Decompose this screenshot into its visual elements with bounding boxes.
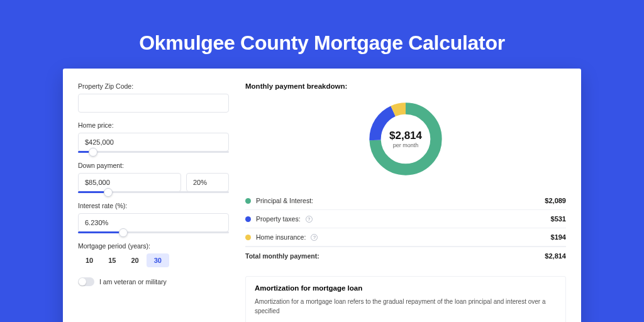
breakdown-column: Monthly payment breakdown: $2,814 per mo…: [245, 82, 566, 322]
interest-rate-label: Interest rate (%):: [78, 202, 229, 209]
info-icon[interactable]: ?: [311, 234, 318, 241]
veteran-row: I am veteran or military: [78, 277, 229, 286]
donut-chart: $2,814 per month: [365, 99, 446, 179]
zip-input[interactable]: [78, 94, 229, 113]
breakdown-title: Monthly payment breakdown:: [245, 82, 566, 90]
mortgage-period-field: Mortgage period (years): 10152030: [78, 242, 229, 267]
down-payment-label: Down payment:: [78, 162, 229, 169]
home-price-input[interactable]: [78, 133, 229, 152]
legend-label: Principal & Interest:: [256, 197, 313, 204]
legend-dot-icon: [245, 198, 251, 204]
page-title: Okmulgee County Mortgage Calculator: [63, 31, 581, 55]
legend-value: $2,089: [545, 197, 566, 204]
amortization-card: Amortization for mortgage loan Amortizat…: [245, 276, 566, 322]
amortization-title: Amortization for mortgage loan: [255, 284, 557, 292]
legend: Principal & Interest:$2,089Property taxe…: [245, 192, 566, 247]
mortgage-period-label: Mortgage period (years):: [78, 242, 229, 250]
interest-rate-slider[interactable]: [78, 231, 229, 233]
slider-thumb-icon[interactable]: [104, 188, 113, 197]
zip-field: Property Zip Code:: [78, 82, 229, 113]
period-btn-15[interactable]: 15: [101, 253, 123, 267]
period-buttons: 10152030: [78, 253, 229, 267]
legend-row-1: Property taxes:?$531: [245, 210, 566, 228]
donut-sub: per month: [393, 142, 419, 148]
veteran-toggle[interactable]: [78, 277, 94, 286]
down-payment-field: Down payment:: [78, 162, 229, 193]
legend-dot-icon: [245, 235, 251, 240]
period-btn-10[interactable]: 10: [78, 253, 101, 267]
legend-value: $194: [551, 233, 566, 241]
down-payment-input[interactable]: [78, 173, 181, 192]
down-payment-slider[interactable]: [78, 191, 229, 193]
slider-thumb-icon[interactable]: [89, 148, 97, 157]
home-price-label: Home price:: [78, 121, 229, 129]
total-row: Total monthly payment: $2,814: [245, 247, 566, 265]
legend-dot-icon: [245, 216, 251, 222]
info-icon[interactable]: ?: [306, 216, 313, 223]
veteran-label: I am veteran or military: [99, 278, 167, 286]
total-label: Total monthly payment:: [245, 252, 319, 260]
legend-row-2: Home insurance:?$194: [245, 228, 566, 247]
form-column: Property Zip Code: Home price: Down paym…: [78, 82, 229, 322]
legend-label: Property taxes:: [256, 215, 301, 223]
total-value: $2,814: [545, 252, 566, 260]
down-payment-pct-input[interactable]: [186, 173, 229, 192]
interest-rate-input[interactable]: [78, 213, 229, 232]
legend-value: $531: [551, 215, 566, 223]
donut-value: $2,814: [389, 130, 422, 142]
period-btn-30[interactable]: 30: [147, 253, 169, 267]
legend-row-0: Principal & Interest:$2,089: [245, 192, 566, 210]
interest-rate-field: Interest rate (%):: [78, 202, 229, 233]
slider-thumb-icon[interactable]: [119, 228, 128, 237]
amortization-text: Amortization for a mortgage loan refers …: [255, 297, 557, 316]
legend-label: Home insurance:: [256, 233, 306, 241]
zip-label: Property Zip Code:: [78, 82, 229, 90]
calculator-card: Property Zip Code: Home price: Down paym…: [63, 69, 581, 322]
home-price-field: Home price:: [78, 121, 229, 153]
home-price-slider[interactable]: [78, 151, 229, 153]
period-btn-20[interactable]: 20: [124, 253, 147, 267]
